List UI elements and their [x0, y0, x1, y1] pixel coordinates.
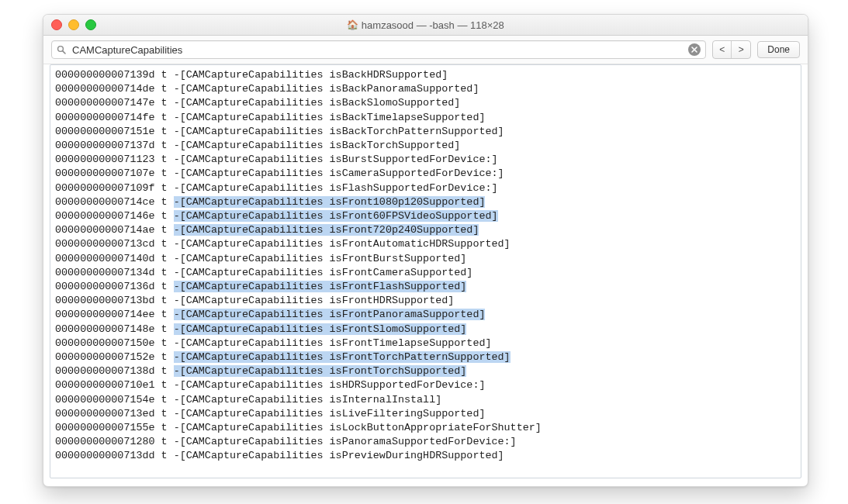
terminal-line: 00000000000714de t -[CAMCaptureCapabilit… [55, 83, 479, 95]
terminal-window: 🏠 hamzasood — -bash — 118×28 < > [43, 14, 808, 487]
terminal-line: 0000000000071280 t -[CAMCaptureCapabilit… [55, 436, 517, 447]
terminal-line: 00000000000714fe t -[CAMCaptureCapabilit… [55, 112, 485, 123]
highlighted-symbol: -[CAMCaptureCapabilities isFrontTorchPat… [174, 351, 511, 363]
find-bar: < > Done [43, 36, 808, 64]
terminal-output: 000000000007139d t -[CAMCaptureCapabilit… [55, 68, 796, 464]
terminal-line: 000000000007140d t -[CAMCaptureCapabilit… [55, 253, 466, 264]
terminal-line: 000000000007146e t -[CAMCaptureCapabilit… [55, 210, 498, 222]
terminal-line: 000000000007137d t -[CAMCaptureCapabilit… [55, 140, 460, 151]
highlighted-symbol: -[CAMCaptureCapabilities isFront60FPSVid… [174, 210, 498, 222]
terminal-line: 00000000000713cd t -[CAMCaptureCapabilit… [55, 238, 511, 250]
clear-search-icon[interactable] [688, 43, 701, 56]
titlebar: 🏠 hamzasood — -bash — 118×28 [43, 15, 808, 36]
terminal-line: 000000000007134d t -[CAMCaptureCapabilit… [55, 267, 472, 278]
highlighted-symbol: -[CAMCaptureCapabilities isFrontPanorama… [174, 309, 486, 320]
highlighted-symbol: -[CAMCaptureCapabilities isFrontTorchSup… [174, 365, 467, 377]
terminal-line: 000000000007150e t -[CAMCaptureCapabilit… [55, 337, 492, 349]
traffic-lights [43, 19, 96, 30]
terminal-line: 00000000000713ed t -[CAMCaptureCapabilit… [55, 408, 485, 419]
terminal-line: 000000000007138d t -[CAMCaptureCapabilit… [55, 365, 466, 377]
terminal-line: 000000000007154e t -[CAMCaptureCapabilit… [55, 394, 441, 406]
highlighted-symbol: -[CAMCaptureCapabilities isFrontSlomoSup… [174, 323, 467, 335]
find-prev-button[interactable]: < [713, 41, 732, 58]
terminal-line: 0000000000071123 t -[CAMCaptureCapabilit… [55, 154, 498, 165]
home-icon: 🏠 [347, 19, 358, 30]
find-next-button[interactable]: > [732, 41, 750, 58]
terminal-line: 00000000000710e1 t -[CAMCaptureCapabilit… [55, 379, 485, 391]
search-icon [57, 45, 66, 54]
terminal-line: 00000000000714ce t -[CAMCaptureCapabilit… [55, 196, 485, 208]
terminal-line: 00000000000713bd t -[CAMCaptureCapabilit… [55, 295, 454, 306]
window-title-text: hamzasood — -bash — 118×28 [362, 19, 504, 31]
terminal-line: 00000000000714ae t -[CAMCaptureCapabilit… [55, 224, 479, 236]
prev-next-segment: < > [712, 40, 751, 59]
terminal-line: 000000000007109f t -[CAMCaptureCapabilit… [55, 182, 498, 194]
terminal-line: 00000000000714ee t -[CAMCaptureCapabilit… [55, 309, 485, 320]
terminal-line: 000000000007107e t -[CAMCaptureCapabilit… [55, 167, 504, 179]
search-input[interactable] [71, 43, 688, 57]
zoom-button[interactable] [85, 19, 96, 30]
search-field[interactable] [51, 40, 706, 59]
close-button[interactable] [51, 19, 62, 30]
terminal-line: 000000000007155e t -[CAMCaptureCapabilit… [55, 422, 542, 433]
highlighted-symbol: -[CAMCaptureCapabilities isFront1080p120… [174, 196, 486, 208]
terminal-line: 000000000007139d t -[CAMCaptureCapabilit… [55, 69, 448, 81]
terminal-line: 000000000007148e t -[CAMCaptureCapabilit… [55, 323, 466, 335]
terminal-line: 00000000000713dd t -[CAMCaptureCapabilit… [55, 450, 504, 461]
terminal-line: 000000000007136d t -[CAMCaptureCapabilit… [55, 281, 466, 292]
highlighted-symbol: -[CAMCaptureCapabilities isFront720p240S… [174, 224, 479, 236]
svg-line-1 [63, 51, 65, 54]
highlighted-symbol: -[CAMCaptureCapabilities isFrontFlashSup… [174, 281, 467, 292]
minimize-button[interactable] [68, 19, 79, 30]
terminal-content-area[interactable]: 000000000007139d t -[CAMCaptureCapabilit… [50, 64, 801, 478]
window-title: 🏠 hamzasood — -bash — 118×28 [43, 19, 808, 31]
terminal-line: 000000000007152e t -[CAMCaptureCapabilit… [55, 351, 511, 363]
terminal-line: 000000000007147e t -[CAMCaptureCapabilit… [55, 97, 460, 109]
done-button[interactable]: Done [757, 41, 800, 58]
terminal-line: 000000000007151e t -[CAMCaptureCapabilit… [55, 126, 504, 137]
